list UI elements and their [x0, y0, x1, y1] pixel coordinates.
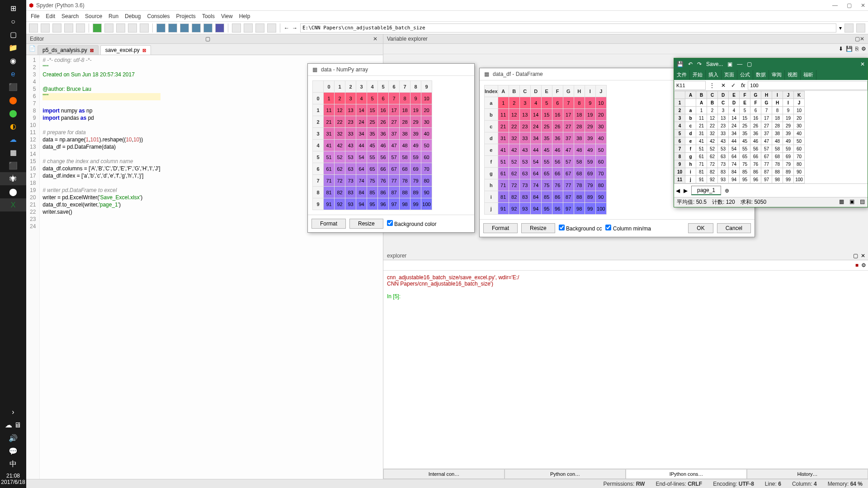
saveall-icon[interactable] [64, 23, 73, 33]
cortana-icon[interactable]: ○ [0, 15, 26, 28]
edge-icon[interactable]: e [0, 67, 26, 80]
debug-stop-icon[interactable] [215, 23, 224, 33]
undo-icon[interactable]: ↶ [688, 61, 693, 67]
menu-consoles[interactable]: Consoles [147, 13, 170, 19]
console-tab[interactable]: Internal con… [383, 469, 505, 479]
console-tab[interactable]: Python con… [505, 469, 626, 479]
prefs-icon[interactable] [255, 23, 264, 33]
menu-search[interactable]: Search [61, 13, 79, 19]
start-icon[interactable]: ⊞ [0, 2, 26, 15]
run-cell-icon[interactable] [104, 23, 113, 33]
app3-icon[interactable]: ◐ [0, 120, 26, 133]
menu-run[interactable]: Run [108, 13, 118, 19]
wechat-icon[interactable]: ⬤ [0, 107, 26, 120]
volume-icon[interactable]: 🔊 [0, 432, 26, 445]
varexp-close-icon[interactable]: ✕ [860, 36, 864, 42]
bgcolor-checkbox[interactable]: Background color [387, 220, 437, 227]
console-tab[interactable]: IPython cons… [626, 469, 747, 479]
ribbon-tab[interactable]: 福昕 [801, 70, 816, 80]
save-icon[interactable] [52, 23, 61, 33]
explorer-icon[interactable]: 📁 [0, 41, 26, 54]
app6-icon[interactable]: ⬤ [0, 185, 26, 198]
app4-icon[interactable]: ▦ [0, 146, 26, 159]
fx-icon[interactable]: fx [738, 82, 748, 89]
import-icon[interactable]: ⬇ [839, 46, 843, 52]
ribbon-tab[interactable]: 视图 [785, 70, 801, 80]
options-icon[interactable]: ⚙ [861, 46, 866, 52]
settings-icon[interactable] [76, 23, 85, 33]
cancel-fx-icon[interactable]: ✕ [718, 82, 728, 89]
close-tab-icon[interactable]: ⊠ [142, 48, 146, 53]
excel-max-icon[interactable]: ▢ [747, 61, 752, 67]
varexp-undock-icon[interactable]: ▢ [855, 36, 860, 42]
view-normal-icon[interactable]: ▦ [839, 198, 844, 206]
taskview-icon[interactable]: ▢ [0, 28, 26, 41]
ribbon-tab[interactable]: 审阅 [769, 70, 785, 80]
ribbon-tab[interactable]: 开始 [690, 70, 706, 80]
menu-debug[interactable]: Debug [125, 13, 141, 19]
debug-over-icon[interactable] [180, 23, 189, 33]
browse-icon[interactable] [844, 23, 854, 33]
pane-close-icon[interactable]: ✕ [373, 36, 379, 42]
debug-step-icon[interactable] [168, 23, 177, 33]
menu-help[interactable]: Help [239, 13, 250, 19]
name-box[interactable] [674, 81, 706, 90]
varexp-close2-icon[interactable]: ✕ [861, 253, 865, 259]
tab-p5[interactable]: p5_ds_analysis.py⊠ [38, 45, 99, 55]
ribbon-tab[interactable]: 数据 [753, 70, 769, 80]
formula-bar[interactable] [748, 81, 868, 90]
save-icon[interactable]: 💾 [677, 61, 684, 67]
ime-icon[interactable]: 中 [0, 458, 26, 471]
maximize-icon[interactable]: ▢ [847, 2, 852, 9]
menu-projects[interactable]: Projects [176, 13, 196, 19]
console-tab[interactable]: History… [747, 469, 868, 479]
new-file-icon[interactable] [29, 23, 38, 33]
spyder-icon[interactable]: 🕷 [0, 172, 26, 185]
numpy-table[interactable]: 0123456789012345678910111121314151617181… [312, 80, 432, 210]
debug-start-icon[interactable] [156, 23, 165, 33]
menu-tools[interactable]: Tools [202, 13, 215, 19]
files-list-icon[interactable]: 📄 [29, 45, 36, 55]
onedrive-icon[interactable]: ☁ [0, 133, 26, 146]
view-break-icon[interactable]: ▤ [860, 198, 865, 206]
ribbon-tab[interactable]: 页面 [722, 70, 737, 80]
dataframe-table[interactable]: IndexABCDEFGHIJa12345678910b111213141516… [484, 85, 607, 215]
console-opts-icon[interactable]: ⚙ [861, 262, 866, 268]
close-icon[interactable]: ✕ [861, 2, 865, 9]
console-body[interactable]: cnn_adjustable16_batch_size/save_excel.p… [383, 271, 868, 469]
close-tab-icon[interactable]: ⊠ [90, 48, 94, 53]
save-data-icon[interactable]: 💾 [846, 46, 853, 52]
format-button[interactable]: Format [311, 219, 346, 229]
open-file-icon[interactable] [41, 23, 50, 33]
sheet-tab[interactable]: page_1 [691, 186, 721, 195]
menu-view[interactable]: View [221, 13, 233, 19]
debug-cont-icon[interactable] [203, 23, 212, 33]
menu-file[interactable]: File [31, 13, 39, 19]
path-dropdown-icon[interactable]: ▾ [839, 25, 842, 31]
add-sheet-icon[interactable]: ⊕ [725, 188, 729, 194]
format-button[interactable]: Format [483, 223, 518, 233]
forward-icon[interactable]: → [292, 25, 297, 31]
varexp-undock2-icon[interactable]: ▢ [853, 253, 858, 259]
ribbon-tab[interactable]: 文件 [674, 70, 690, 80]
back-icon[interactable]: ← [284, 25, 289, 31]
bgcolor-checkbox[interactable]: Background cc [559, 225, 602, 232]
working-dir-input[interactable] [300, 23, 836, 33]
debug-out-icon[interactable] [192, 23, 201, 33]
excel-grid[interactable]: ABCDEFGHIJK1ABCDEFGHIJ2a123456789103b111… [674, 91, 805, 183]
excel-min-icon[interactable]: — [737, 61, 742, 67]
notif-icon[interactable]: 💬 [0, 445, 26, 458]
clock[interactable]: 21:08 2017/6/18 [0, 471, 26, 488]
ok-button[interactable]: OK [688, 223, 713, 233]
ribbon-display-icon[interactable]: ▣ [727, 61, 732, 67]
run-cell2-icon[interactable] [116, 23, 125, 33]
excel-close-icon[interactable]: ✕ [860, 61, 865, 67]
menu-source[interactable]: Source [85, 13, 102, 19]
resize-button[interactable]: Resize [349, 219, 383, 229]
next-sheet-icon[interactable]: ▶ [684, 188, 688, 194]
stop-icon[interactable]: ■ [855, 262, 859, 268]
ribbon-tab[interactable]: 插入 [706, 70, 722, 80]
pythonpath-icon[interactable] [267, 23, 276, 33]
parent-dir-icon[interactable] [856, 23, 865, 33]
chrome-icon[interactable]: ◉ [0, 54, 26, 67]
